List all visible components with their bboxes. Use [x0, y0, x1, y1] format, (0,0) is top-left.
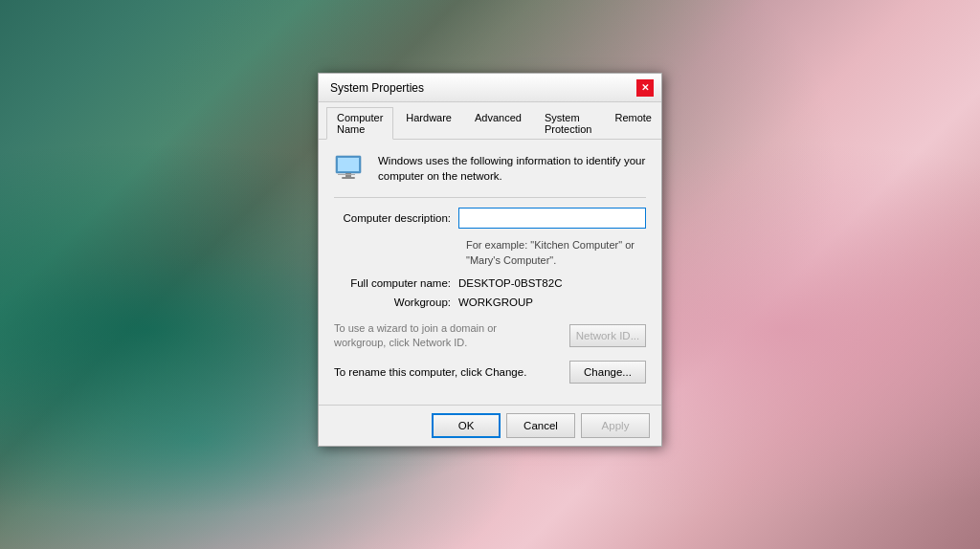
info-section: Windows uses the following information t…: [334, 153, 646, 184]
network-id-hint: To use a wizard to join a domain or work…: [334, 321, 525, 351]
computer-description-input[interactable]: [458, 208, 646, 229]
svg-rect-3: [342, 177, 355, 179]
full-computer-name-label: Full computer name:: [334, 277, 458, 289]
close-button[interactable]: ✕: [636, 78, 654, 96]
title-bar: System Properties ✕: [319, 74, 661, 102]
dialog-title: System Properties: [330, 80, 424, 94]
ok-button[interactable]: OK: [432, 413, 501, 438]
change-button[interactable]: Change...: [569, 361, 646, 384]
full-computer-name-row: Full computer name: DESKTOP-0BST82C: [334, 277, 646, 289]
apply-button[interactable]: Apply: [581, 413, 650, 438]
computer-description-row: Computer description:: [334, 208, 646, 229]
cancel-button[interactable]: Cancel: [506, 413, 575, 438]
rename-hint: To rename this computer, click Change.: [334, 366, 526, 378]
tab-advanced[interactable]: Advanced: [464, 107, 532, 140]
full-computer-name-value: DESKTOP-0BST82C: [458, 277, 562, 289]
system-properties-dialog: System Properties ✕ Computer Name Hardwa…: [318, 73, 662, 447]
computer-icon: [334, 155, 368, 182]
rename-row: To rename this computer, click Change. C…: [334, 361, 646, 384]
computer-description-label: Computer description:: [334, 212, 458, 224]
network-id-button[interactable]: Network ID...: [569, 324, 646, 347]
divider-1: [334, 197, 646, 198]
workgroup-value: WORKGROUP: [458, 296, 533, 308]
dialog-content: Windows uses the following information t…: [319, 140, 661, 405]
svg-rect-4: [338, 174, 355, 175]
tabs-container: Computer Name Hardware Advanced System P…: [319, 102, 661, 140]
computer-description-hint: For example: "Kitchen Computer" or "Mary…: [466, 238, 646, 268]
tab-hardware[interactable]: Hardware: [395, 107, 462, 140]
svg-rect-1: [338, 158, 359, 171]
dialog-footer: OK Cancel Apply: [319, 405, 661, 446]
workgroup-row: Workgroup: WORKGROUP: [334, 296, 646, 308]
tab-remote[interactable]: Remote: [604, 107, 662, 140]
tab-system-protection[interactable]: System Protection: [534, 107, 603, 140]
network-id-row: To use a wizard to join a domain or work…: [334, 321, 646, 351]
tab-computer-name[interactable]: Computer Name: [326, 107, 393, 140]
info-text: Windows uses the following information t…: [378, 153, 646, 184]
workgroup-label: Workgroup:: [334, 296, 458, 308]
